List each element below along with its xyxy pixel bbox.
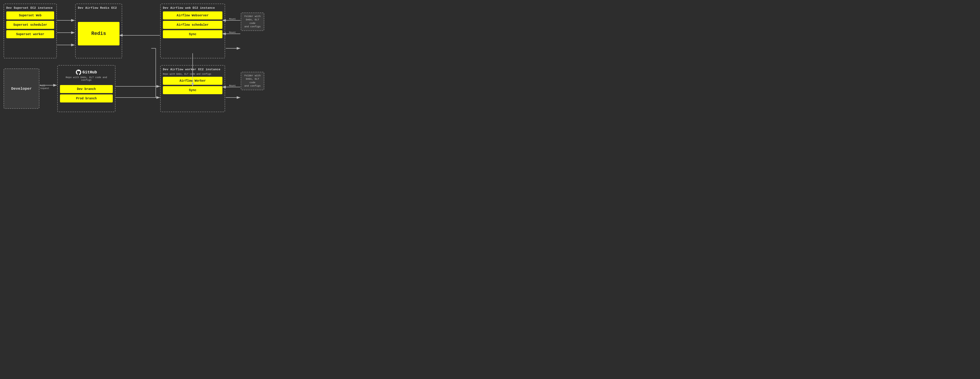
airflow-worker-box: Airflow Worker <box>163 77 223 85</box>
worker-sync-box: Sync <box>163 86 223 94</box>
mount-label-worker: Mount <box>229 84 236 87</box>
mount-label-sched: Mount <box>229 31 236 34</box>
folder-top-label: Folder withDAGs, ELT codeand configs <box>244 15 261 28</box>
pull-request-label2: request <box>40 87 49 90</box>
superset-scheduler-box: Superset scheduler <box>6 21 54 29</box>
dev-branch-box: Dev branch <box>60 85 113 93</box>
airflow-webserver-box: Airflow Webserver <box>163 11 223 19</box>
diagram: Dev Superset EC2 instance Superset Web S… <box>3 3 323 127</box>
superset-ec2-box: Dev Superset EC2 instance Superset Web S… <box>3 3 57 58</box>
worker-ec2-sub: Repo with DAGs, ELT code and configs <box>163 73 223 75</box>
github-sub: Repo with DAGs, ELT code and configs <box>60 76 113 81</box>
superset-ec2-title: Dev Superset EC2 instance <box>6 6 54 10</box>
developer-label: Developer <box>11 87 32 91</box>
github-box: GitHub Repo with DAGs, ELT code and conf… <box>57 65 115 112</box>
github-icon <box>76 70 81 75</box>
github-title: GitHub <box>83 70 97 75</box>
pull-request-label: Pull <box>40 84 45 87</box>
mount-label-webserver: Mount <box>229 18 236 21</box>
prod-branch-box: Prod branch <box>60 94 113 102</box>
redis-ec2-title: Dev Airflow Redis EC2 <box>78 6 119 10</box>
superset-web-box: Superset Web <box>6 11 54 19</box>
developer-box: Developer <box>3 68 40 109</box>
airflow-scheduler-box: Airflow scheduler <box>163 21 223 29</box>
superset-worker-box: Superset worker <box>6 30 54 38</box>
worker-ec2-box: Dev Airflow worker EC2 instance Repo wit… <box>160 65 225 112</box>
folder-bottom-label: Folder withDAGs, ELT codeand configs <box>244 74 261 87</box>
redis-box: Redis <box>78 22 119 45</box>
redis-ec2-box: Dev Airflow Redis EC2 Redis <box>75 3 122 58</box>
worker-ec2-title: Dev Airflow worker EC2 instance <box>163 68 223 71</box>
folder-top-box: Folder withDAGs, ELT codeand configs <box>241 13 264 31</box>
airflow-web-ec2-box: Dev Airflow web EC2 instance Airflow Web… <box>160 3 225 58</box>
airflow-sync-box: Sync <box>163 30 223 38</box>
airflow-web-title: Dev Airflow web EC2 instance <box>163 6 223 10</box>
github-logo: GitHub <box>76 70 97 75</box>
folder-bottom-box: Folder withDAGs, ELT codeand configs <box>241 72 264 90</box>
